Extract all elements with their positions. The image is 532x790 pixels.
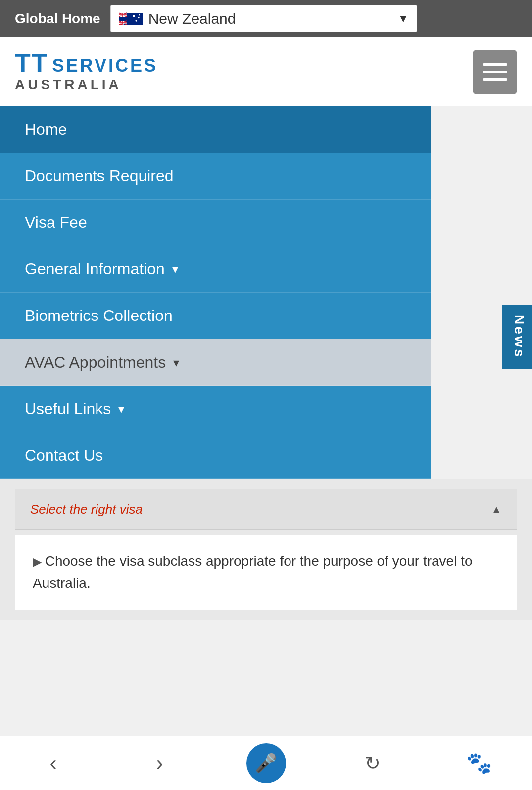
nz-flag-icon: [119, 11, 143, 27]
svg-point-8: [135, 20, 137, 22]
page-layout: Track Home Documents Required Visa Fee G…: [0, 106, 532, 620]
header: TT SERVICES AUSTRALIA: [0, 37, 532, 106]
mic-button[interactable]: 🎤: [246, 743, 286, 783]
hamburger-line-3: [483, 78, 507, 81]
nav-item-documents[interactable]: Documents Required: [0, 153, 431, 200]
nav-biometrics-label: Biometrics Collection: [25, 307, 173, 325]
nav-item-avac[interactable]: AVAC Appointments ▾: [0, 339, 431, 386]
news-tab-label: News: [512, 315, 527, 359]
svg-rect-17: [119, 14, 127, 15]
refresh-button[interactable]: ↻: [353, 743, 392, 783]
global-home-link[interactable]: Global Home: [5, 11, 110, 27]
nav-item-general-info[interactable]: General Information ▾: [0, 246, 431, 293]
news-tab[interactable]: News: [502, 305, 532, 369]
visa-select-text: Select the right visa: [30, 502, 143, 517]
nav-item-home[interactable]: Home: [0, 106, 431, 153]
forward-icon: ›: [156, 751, 163, 775]
visa-select-arrow-icon: ▲: [491, 503, 502, 516]
country-selector[interactable]: New Zealand ▼: [110, 5, 417, 32]
visa-select-box[interactable]: Select the right visa ▲: [15, 489, 517, 530]
logo-tt: TT: [15, 50, 48, 76]
visa-info-text: Choose the visa subclass appropriate for…: [33, 550, 499, 595]
logo: TT SERVICES AUSTRALIA: [15, 50, 158, 94]
mic-icon: 🎤: [255, 753, 277, 774]
logo-services: SERVICES: [52, 57, 158, 75]
useful-links-arrow-icon: ▾: [118, 402, 124, 416]
paw-button[interactable]: 🐾: [459, 743, 499, 783]
nav-visa-fee-label: Visa Fee: [25, 213, 87, 232]
svg-point-6: [133, 15, 135, 17]
nav-avac-label: AVAC Appointments: [25, 353, 166, 371]
nav-item-visa-fee[interactable]: Visa Fee: [0, 200, 431, 246]
nav-item-biometrics[interactable]: Biometrics Collection: [0, 293, 431, 339]
nav-contact-label: Contact Us: [25, 446, 103, 465]
svg-point-9: [139, 14, 140, 15]
hamburger-line-1: [483, 63, 507, 66]
hamburger-button[interactable]: [473, 50, 517, 94]
back-icon: ‹: [50, 751, 57, 775]
nav-item-contact[interactable]: Contact Us: [0, 432, 431, 479]
nav-menu: Home Documents Required Visa Fee General…: [0, 106, 431, 479]
paw-icon: 🐾: [466, 751, 492, 775]
top-bar: Global Home: [0, 0, 532, 37]
svg-point-7: [138, 17, 139, 18]
forward-button[interactable]: ›: [140, 743, 180, 783]
bottom-nav: ‹ › 🎤 ↻ 🐾: [0, 736, 532, 790]
country-name: New Zealand: [148, 10, 398, 27]
nav-general-info-label: General Information: [25, 260, 165, 278]
country-dropdown-arrow[interactable]: ▼: [398, 12, 409, 25]
avac-arrow-icon: ▾: [173, 356, 179, 369]
nav-documents-label: Documents Required: [25, 167, 174, 185]
back-button[interactable]: ‹: [34, 743, 73, 783]
main-content: Home Documents Required Visa Fee General…: [0, 106, 532, 620]
nav-item-useful-links[interactable]: Useful Links ▾: [0, 386, 431, 432]
general-info-arrow-icon: ▾: [172, 263, 178, 276]
nav-useful-links-label: Useful Links: [25, 400, 111, 418]
visa-info-box: Choose the visa subclass appropriate for…: [15, 535, 517, 610]
svg-rect-21: [119, 22, 127, 23]
refresh-icon: ↻: [365, 752, 381, 774]
logo-australia: AUSTRALIA: [15, 76, 158, 94]
content-area: Select the right visa ▲ Choose the visa …: [0, 479, 532, 620]
hamburger-line-2: [483, 71, 507, 73]
nav-home-label: Home: [25, 120, 67, 139]
